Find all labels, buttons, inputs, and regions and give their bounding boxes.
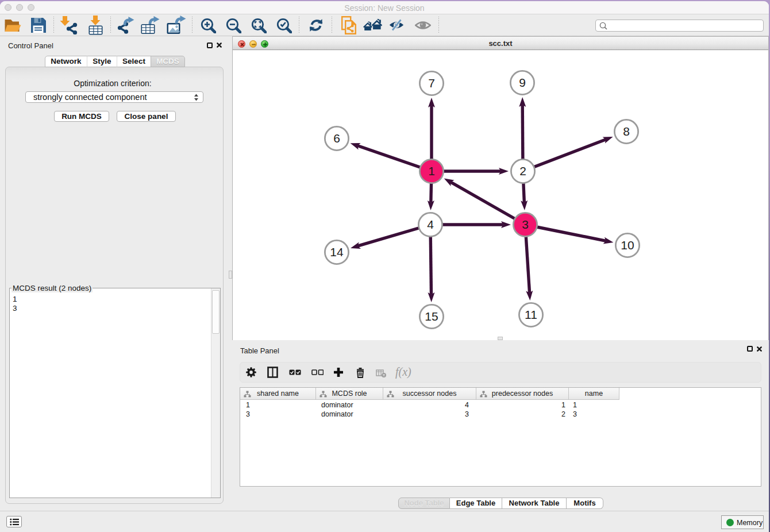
svg-text:8: 8 — [623, 125, 630, 138]
svg-text:2: 2 — [519, 164, 526, 178]
svg-text:7: 7 — [428, 76, 435, 90]
svg-text:15: 15 — [425, 310, 438, 323]
svg-text:6: 6 — [333, 132, 340, 145]
svg-text:14: 14 — [330, 245, 344, 259]
svg-text:4: 4 — [427, 218, 434, 231]
svg-text:3: 3 — [522, 218, 529, 231]
svg-text:11: 11 — [525, 308, 537, 321]
svg-text:1: 1 — [428, 164, 435, 178]
svg-text:9: 9 — [519, 76, 526, 89]
svg-text:10: 10 — [621, 238, 634, 252]
